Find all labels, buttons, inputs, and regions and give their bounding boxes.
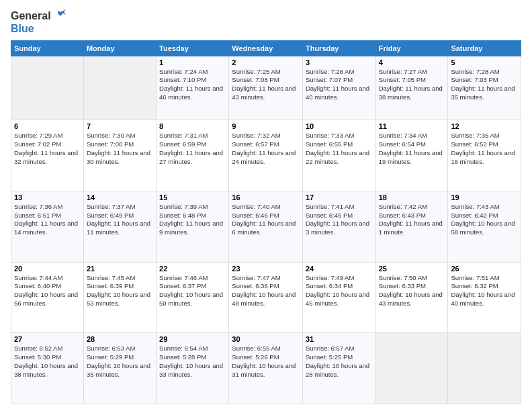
calendar-table: Sunday Monday Tuesday Wednesday Thursday…	[11, 40, 521, 404]
day-info: Sunrise: 7:29 AMSunset: 7:02 PMDaylight:…	[14, 132, 81, 166]
calendar-day-cell: 28Sunrise: 6:53 AMSunset: 5:29 PMDayligh…	[83, 333, 156, 404]
calendar-day-cell: 7Sunrise: 7:30 AMSunset: 7:00 PMDaylight…	[83, 120, 156, 191]
day-number: 4	[379, 58, 445, 66]
day-info: Sunrise: 7:46 AMSunset: 6:37 PMDaylight:…	[159, 274, 226, 308]
day-info: Sunrise: 6:52 AMSunset: 5:30 PMDaylight:…	[14, 345, 81, 379]
calendar-day-cell: 31Sunrise: 6:57 AMSunset: 5:25 PMDayligh…	[302, 333, 375, 404]
calendar-week-row: 6Sunrise: 7:29 AMSunset: 7:02 PMDaylight…	[11, 120, 521, 191]
day-info: Sunrise: 7:45 AMSunset: 6:39 PMDaylight:…	[87, 274, 153, 308]
day-number: 29	[159, 335, 226, 343]
day-info: Sunrise: 7:51 AMSunset: 6:32 PMDaylight:…	[451, 274, 518, 308]
day-number: 5	[451, 58, 518, 66]
calendar-day-cell	[83, 56, 156, 120]
calendar-day-cell: 15Sunrise: 7:39 AMSunset: 6:48 PMDayligh…	[157, 191, 229, 262]
calendar-day-cell: 21Sunrise: 7:45 AMSunset: 6:39 PMDayligh…	[83, 262, 156, 333]
calendar-day-cell: 11Sunrise: 7:34 AMSunset: 6:54 PMDayligh…	[375, 120, 448, 191]
day-info: Sunrise: 7:30 AMSunset: 7:00 PMDaylight:…	[87, 132, 153, 166]
day-info: Sunrise: 7:26 AMSunset: 7:07 PMDaylight:…	[306, 68, 373, 102]
day-number: 25	[379, 265, 445, 273]
day-info: Sunrise: 7:37 AMSunset: 6:49 PMDaylight:…	[87, 203, 153, 237]
day-number: 28	[87, 335, 153, 343]
col-saturday: Saturday	[448, 40, 521, 56]
day-number: 23	[232, 265, 300, 273]
day-info: Sunrise: 6:57 AMSunset: 5:25 PMDaylight:…	[306, 345, 373, 379]
calendar-day-cell: 5Sunrise: 7:28 AMSunset: 7:03 PMDaylight…	[448, 56, 521, 120]
calendar-day-cell: 23Sunrise: 7:47 AMSunset: 6:36 PMDayligh…	[229, 262, 303, 333]
calendar-day-cell: 10Sunrise: 7:33 AMSunset: 6:55 PMDayligh…	[302, 120, 375, 191]
calendar-day-cell: 1Sunrise: 7:24 AMSunset: 7:10 PMDaylight…	[157, 56, 229, 120]
day-number: 24	[306, 265, 373, 273]
calendar-day-cell	[448, 333, 521, 404]
calendar-day-cell: 27Sunrise: 6:52 AMSunset: 5:30 PMDayligh…	[11, 333, 84, 404]
day-info: Sunrise: 6:54 AMSunset: 5:28 PMDaylight:…	[159, 345, 226, 379]
day-number: 3	[306, 58, 373, 66]
day-info: Sunrise: 7:42 AMSunset: 6:43 PMDaylight:…	[379, 203, 445, 237]
logo-blue: Blue	[11, 23, 66, 35]
day-number: 8	[159, 122, 226, 130]
calendar-day-cell: 18Sunrise: 7:42 AMSunset: 6:43 PMDayligh…	[375, 191, 448, 262]
day-number: 1	[159, 58, 226, 66]
day-info: Sunrise: 7:40 AMSunset: 6:46 PMDaylight:…	[232, 203, 300, 237]
calendar-day-cell: 24Sunrise: 7:49 AMSunset: 6:34 PMDayligh…	[302, 262, 375, 333]
day-number: 16	[232, 193, 300, 201]
col-monday: Monday	[83, 40, 156, 56]
day-info: Sunrise: 7:47 AMSunset: 6:36 PMDaylight:…	[232, 274, 300, 308]
day-info: Sunrise: 7:43 AMSunset: 6:42 PMDaylight:…	[451, 203, 518, 237]
day-info: Sunrise: 7:35 AMSunset: 6:52 PMDaylight:…	[451, 132, 518, 166]
day-number: 7	[87, 122, 153, 130]
day-number: 9	[232, 122, 300, 130]
day-info: Sunrise: 7:25 AMSunset: 7:08 PMDaylight:…	[232, 68, 300, 102]
col-sunday: Sunday	[11, 40, 84, 56]
calendar-day-cell: 13Sunrise: 7:36 AMSunset: 6:51 PMDayligh…	[11, 191, 84, 262]
day-number: 15	[159, 193, 226, 201]
logo-bird-icon	[51, 9, 66, 23]
calendar-day-cell: 4Sunrise: 7:27 AMSunset: 7:05 PMDaylight…	[375, 56, 448, 120]
day-info: Sunrise: 7:36 AMSunset: 6:51 PMDaylight:…	[14, 203, 81, 237]
col-wednesday: Wednesday	[229, 40, 303, 56]
day-info: Sunrise: 7:27 AMSunset: 7:05 PMDaylight:…	[379, 68, 445, 102]
calendar-day-cell: 12Sunrise: 7:35 AMSunset: 6:52 PMDayligh…	[448, 120, 521, 191]
day-number: 14	[87, 193, 153, 201]
day-number: 26	[451, 265, 518, 273]
calendar-day-cell: 17Sunrise: 7:41 AMSunset: 6:45 PMDayligh…	[302, 191, 375, 262]
day-number: 2	[232, 58, 300, 66]
calendar-day-cell: 14Sunrise: 7:37 AMSunset: 6:49 PMDayligh…	[83, 191, 156, 262]
calendar-day-cell: 9Sunrise: 7:32 AMSunset: 6:57 PMDaylight…	[229, 120, 303, 191]
calendar-day-cell: 29Sunrise: 6:54 AMSunset: 5:28 PMDayligh…	[157, 333, 229, 404]
calendar-day-cell: 26Sunrise: 7:51 AMSunset: 6:32 PMDayligh…	[448, 262, 521, 333]
day-number: 31	[306, 335, 373, 343]
day-number: 30	[232, 335, 300, 343]
day-info: Sunrise: 7:32 AMSunset: 6:57 PMDaylight:…	[232, 132, 300, 166]
day-info: Sunrise: 7:24 AMSunset: 7:10 PMDaylight:…	[159, 68, 226, 102]
day-number: 20	[14, 265, 81, 273]
day-info: Sunrise: 6:53 AMSunset: 5:29 PMDaylight:…	[87, 345, 153, 379]
day-number: 21	[87, 265, 153, 273]
logo: General Blue	[11, 9, 66, 35]
day-number: 6	[14, 122, 81, 130]
day-info: Sunrise: 7:44 AMSunset: 6:40 PMDaylight:…	[14, 274, 81, 308]
calendar-day-cell: 19Sunrise: 7:43 AMSunset: 6:42 PMDayligh…	[448, 191, 521, 262]
calendar-day-cell: 16Sunrise: 7:40 AMSunset: 6:46 PMDayligh…	[229, 191, 303, 262]
calendar-header-row: Sunday Monday Tuesday Wednesday Thursday…	[11, 40, 521, 56]
calendar-day-cell: 8Sunrise: 7:31 AMSunset: 6:59 PMDaylight…	[157, 120, 229, 191]
calendar-week-row: 1Sunrise: 7:24 AMSunset: 7:10 PMDaylight…	[11, 56, 521, 120]
day-number: 10	[306, 122, 373, 130]
day-number: 18	[379, 193, 445, 201]
day-info: Sunrise: 7:49 AMSunset: 6:34 PMDaylight:…	[306, 274, 373, 308]
calendar-week-row: 27Sunrise: 6:52 AMSunset: 5:30 PMDayligh…	[11, 333, 521, 404]
calendar-day-cell: 22Sunrise: 7:46 AMSunset: 6:37 PMDayligh…	[157, 262, 229, 333]
calendar-day-cell	[375, 333, 448, 404]
day-info: Sunrise: 7:41 AMSunset: 6:45 PMDaylight:…	[306, 203, 373, 237]
day-number: 13	[14, 193, 81, 201]
day-info: Sunrise: 6:55 AMSunset: 5:26 PMDaylight:…	[232, 345, 300, 379]
day-info: Sunrise: 7:31 AMSunset: 6:59 PMDaylight:…	[159, 132, 226, 166]
day-info: Sunrise: 7:39 AMSunset: 6:48 PMDaylight:…	[159, 203, 226, 237]
day-info: Sunrise: 7:50 AMSunset: 6:33 PMDaylight:…	[379, 274, 445, 308]
day-number: 17	[306, 193, 373, 201]
day-number: 12	[451, 122, 518, 130]
calendar-day-cell: 30Sunrise: 6:55 AMSunset: 5:26 PMDayligh…	[229, 333, 303, 404]
calendar-day-cell: 20Sunrise: 7:44 AMSunset: 6:40 PMDayligh…	[11, 262, 84, 333]
calendar-day-cell: 6Sunrise: 7:29 AMSunset: 7:02 PMDaylight…	[11, 120, 84, 191]
calendar-day-cell: 25Sunrise: 7:50 AMSunset: 6:33 PMDayligh…	[375, 262, 448, 333]
calendar-week-row: 20Sunrise: 7:44 AMSunset: 6:40 PMDayligh…	[11, 262, 521, 333]
